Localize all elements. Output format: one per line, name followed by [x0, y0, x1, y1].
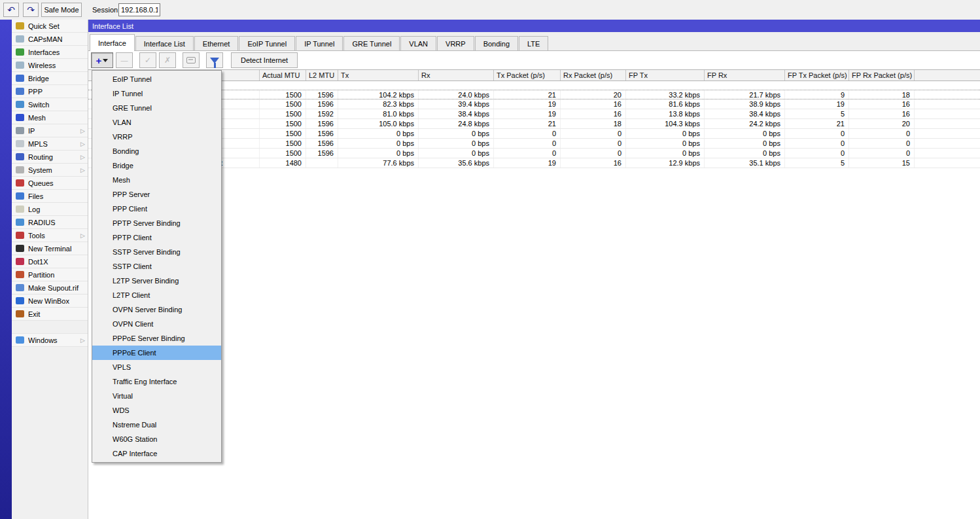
sidebar-item-wireless[interactable]: Wireless: [12, 59, 88, 72]
tab-eoip-tunnel[interactable]: EoIP Tunnel: [239, 36, 295, 50]
column-header-tx[interactable]: Tx: [338, 70, 419, 81]
menu-item-w60g-station[interactable]: W60G Station: [92, 432, 221, 446]
menu-item-pptp-client[interactable]: PPTP Client: [92, 230, 221, 245]
filter-button[interactable]: [206, 52, 223, 68]
sidebar-item-mesh[interactable]: Mesh: [12, 111, 88, 124]
menu-item-l2tp-server-binding[interactable]: L2TP Server Binding: [92, 274, 221, 288]
table-row[interactable]: 150015960 bps0 bps000 bps0 bps00: [88, 129, 980, 139]
window-titlebar[interactable]: Interface List: [88, 20, 980, 32]
remove-button[interactable]: —: [116, 52, 133, 68]
sidebar-item-new-terminal[interactable]: New Terminal: [12, 242, 88, 255]
tab-bonding[interactable]: Bonding: [475, 36, 518, 50]
column-header-tx-packet[interactable]: Tx Packet (p/s): [494, 70, 561, 81]
tab-interface-list[interactable]: Interface List: [135, 36, 194, 50]
column-header-fp-tx-packet[interactable]: FP Tx Packet (p/s): [785, 70, 849, 81]
ppp-icon: [16, 88, 24, 95]
sidebar-item-switch[interactable]: Switch: [12, 98, 88, 111]
menu-item-sstp-server-binding[interactable]: SSTP Server Binding: [92, 245, 221, 259]
menu-item-ppp-server[interactable]: PPP Server: [92, 187, 221, 202]
table-row[interactable]: 15001596104.2 kbps24.0 kbps212033.2 kbps…: [88, 90, 980, 99]
menu-item-vlan[interactable]: VLAN: [92, 115, 221, 130]
cell-fp-rx: 38.4 kbps: [705, 109, 785, 118]
menu-item-virtual[interactable]: Virtual: [92, 389, 221, 403]
menu-item-ovpn-client[interactable]: OVPN Client: [92, 317, 221, 331]
sidebar-item-exit[interactable]: Exit: [12, 308, 88, 321]
tab-lte[interactable]: LTE: [519, 36, 548, 50]
sidebar-item-dot1x[interactable]: Dot1X: [12, 255, 88, 268]
sidebar-item-interfaces[interactable]: Interfaces: [12, 46, 88, 59]
sidebar-item-capsman[interactable]: CAPsMAN: [12, 33, 88, 46]
menu-item-pptp-server-binding[interactable]: PPTP Server Binding: [92, 216, 221, 230]
undo-button[interactable]: ↶: [3, 3, 19, 17]
sidebar-item-bridge[interactable]: Bridge: [12, 72, 88, 85]
menu-item-nstreme-dual[interactable]: Nstreme Dual: [92, 418, 221, 432]
cell-rx: 39.4 kbps: [419, 99, 494, 109]
menu-item-ppp-client[interactable]: PPP Client: [92, 202, 221, 216]
column-header-fp-rx-packet[interactable]: FP Rx Packet (p/s): [849, 70, 915, 81]
menu-item-eoip-tunnel[interactable]: EoIP Tunnel: [92, 72, 221, 86]
sidebar-item-ppp[interactable]: PPP: [12, 85, 88, 98]
sidebar-item-routing[interactable]: Routing ▷: [12, 151, 88, 164]
column-header-fp-tx[interactable]: FP Tx: [626, 70, 705, 81]
tab-ip-tunnel[interactable]: IP Tunnel: [296, 36, 343, 50]
sidebar-item-system[interactable]: System ▷: [12, 164, 88, 177]
menu-item-sstp-client[interactable]: SSTP Client: [92, 259, 221, 274]
enable-button[interactable]: ✓: [139, 52, 156, 68]
sidebar-item-ip[interactable]: IP ▷: [12, 124, 88, 137]
table-row[interactable]: 1500159682.3 kbps39.4 kbps191681.6 kbps3…: [88, 99, 980, 109]
comment-button[interactable]: [183, 52, 200, 68]
tab-vlan[interactable]: VLAN: [400, 36, 436, 50]
menu-item-vpls[interactable]: VPLS: [92, 360, 221, 374]
sidebar-item-files[interactable]: Files: [12, 190, 88, 203]
sidebar-item-new-winbox[interactable]: New WinBox: [12, 295, 88, 308]
menu-item-vrrp[interactable]: VRRP: [92, 130, 221, 144]
menu-item-l2tp-client[interactable]: L2TP Client: [92, 288, 221, 302]
column-header-rx-packet[interactable]: Rx Packet (p/s): [561, 70, 626, 81]
menu-item-mesh[interactable]: Mesh: [92, 173, 221, 187]
disable-button[interactable]: ✗: [159, 52, 176, 68]
sidebar-item-label: Bridge: [28, 75, 85, 82]
tab-gre-tunnel[interactable]: GRE Tunnel: [343, 36, 400, 50]
table-row[interactable]: 1500159281.0 kbps38.4 kbps191613.8 kbps3…: [88, 109, 980, 119]
sidebar-item-quick-set[interactable]: Quick Set: [12, 20, 88, 33]
sidebar-item-make-supout-rif[interactable]: Make Supout.rif: [12, 281, 88, 295]
tab-vrrp[interactable]: VRRP: [437, 36, 474, 50]
menu-item-traffic-eng-interface[interactable]: Traffic Eng Interface: [92, 374, 221, 389]
sidebar-item-mpls[interactable]: MPLS ▷: [12, 137, 88, 151]
menu-item-ip-tunnel[interactable]: IP Tunnel: [92, 86, 221, 101]
redo-button[interactable]: ↷: [23, 3, 39, 17]
cell-fp-tx: 12.9 kbps: [626, 158, 705, 168]
cell-rx: 24.0 kbps: [419, 90, 494, 99]
detect-internet-button[interactable]: Detect Internet: [231, 52, 298, 68]
sidebar-item-radius[interactable]: RADIUS: [12, 216, 88, 229]
table-row[interactable]: 150015960 bps0 bps000 bps0 bps00: [88, 149, 980, 158]
table-row[interactable]: t148077.6 kbps35.6 kbps191612.9 kbps35.1…: [88, 158, 980, 168]
menu-item-pppoe-server-binding[interactable]: PPPoE Server Binding: [92, 331, 221, 346]
safe-mode-button[interactable]: Safe Mode: [41, 3, 82, 17]
column-header-fp-rx[interactable]: FP Rx: [705, 70, 785, 81]
sidebar-item-log[interactable]: Log: [12, 203, 88, 216]
menu-item-ovpn-server-binding[interactable]: OVPN Server Binding: [92, 302, 221, 317]
column-header-rx[interactable]: Rx: [419, 70, 494, 81]
menu-item-bonding[interactable]: Bonding: [92, 144, 221, 158]
session-input[interactable]: [118, 3, 160, 16]
menu-item-bridge[interactable]: Bridge: [92, 158, 221, 173]
sidebar-item-tools[interactable]: Tools ▷: [12, 229, 88, 242]
menu-item-cap-interface[interactable]: CAP Interface: [92, 446, 221, 461]
tab-interface[interactable]: Interface: [90, 34, 135, 51]
table-row[interactable]: 150015960 bps0 bps000 bps0 bps00: [88, 139, 980, 149]
column-header-actual-mtu[interactable]: Actual MTU: [260, 70, 306, 81]
session-label: Session:: [92, 6, 120, 14]
menu-item-gre-tunnel[interactable]: GRE Tunnel: [92, 101, 221, 115]
sidebar-item-queues[interactable]: Queues: [12, 177, 88, 190]
tab-ethernet[interactable]: Ethernet: [194, 36, 239, 50]
cell-tx: 0 bps: [338, 149, 419, 158]
sidebar-item-partition[interactable]: Partition: [12, 268, 88, 281]
menu-item-wds[interactable]: WDS: [92, 403, 221, 418]
table-row[interactable]: 15001596105.0 kbps24.8 kbps2118104.3 kbp…: [88, 119, 980, 129]
sidebar-item-windows[interactable]: Windows ▷: [12, 334, 88, 347]
cell-rx-packet: 16: [561, 158, 626, 168]
menu-item-pppoe-client[interactable]: PPPoE Client: [92, 346, 221, 360]
add-button[interactable]: +: [91, 52, 113, 68]
column-header-l2-mtu[interactable]: L2 MTU: [306, 70, 338, 81]
